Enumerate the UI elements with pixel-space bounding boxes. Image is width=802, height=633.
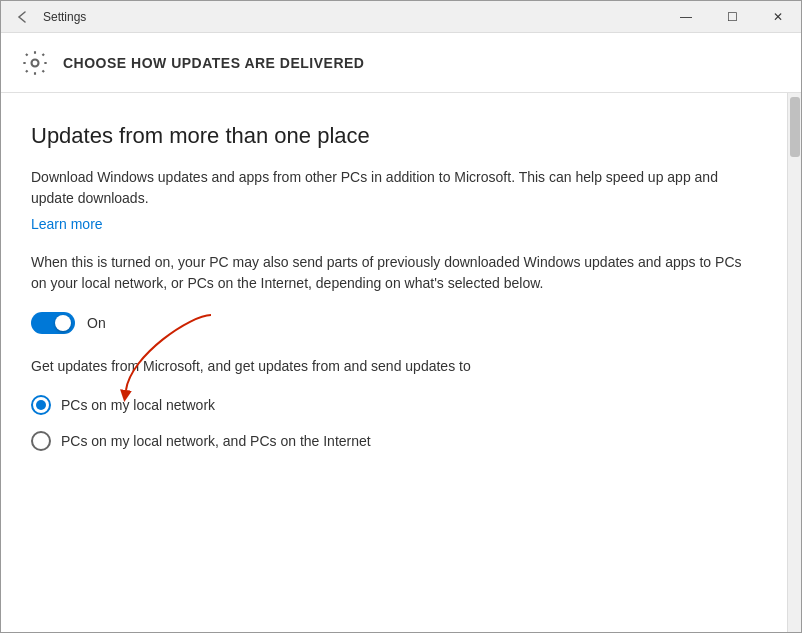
- updates-toggle[interactable]: [31, 312, 75, 334]
- radio-local-inner: [36, 400, 46, 410]
- window-title: Settings: [43, 10, 86, 24]
- section-title: Updates from more than one place: [31, 123, 757, 149]
- radio-internet-label: PCs on my local network, and PCs on the …: [61, 433, 371, 449]
- radio-local-label: PCs on my local network: [61, 397, 215, 413]
- radio-local-circle: [31, 395, 51, 415]
- toggle-row: On: [31, 312, 757, 334]
- secondary-description: When this is turned on, your PC may also…: [31, 252, 757, 294]
- header-bar: CHOOSE HOW UPDATES ARE DELIVERED: [1, 33, 801, 93]
- settings-window: Settings — ☐ ✕ CHOOSE HOW UPDATES ARE DE…: [0, 0, 802, 633]
- toggle-label: On: [87, 315, 106, 331]
- updates-description: Get updates from Microsoft, and get upda…: [31, 356, 757, 377]
- title-bar: Settings — ☐ ✕: [1, 1, 801, 33]
- svg-point-0: [32, 59, 39, 66]
- description-text: Download Windows updates and apps from o…: [31, 167, 757, 209]
- learn-more-link[interactable]: Learn more: [31, 216, 103, 232]
- toggle-thumb: [55, 315, 71, 331]
- title-bar-left: Settings: [11, 5, 86, 29]
- gear-icon: [21, 49, 49, 77]
- main-content: Updates from more than one place Downloa…: [1, 93, 787, 632]
- maximize-button[interactable]: ☐: [709, 1, 755, 33]
- scrollbar[interactable]: [787, 93, 801, 632]
- minimize-button[interactable]: —: [663, 1, 709, 33]
- radio-local-network[interactable]: PCs on my local network: [31, 395, 757, 415]
- content-area: Updates from more than one place Downloa…: [1, 93, 801, 632]
- radio-internet-circle: [31, 431, 51, 451]
- window-controls: — ☐ ✕: [663, 1, 801, 33]
- header-title: CHOOSE HOW UPDATES ARE DELIVERED: [63, 55, 364, 71]
- radio-internet[interactable]: PCs on my local network, and PCs on the …: [31, 431, 757, 451]
- close-button[interactable]: ✕: [755, 1, 801, 33]
- scrollbar-thumb[interactable]: [790, 97, 800, 157]
- back-button[interactable]: [11, 5, 35, 29]
